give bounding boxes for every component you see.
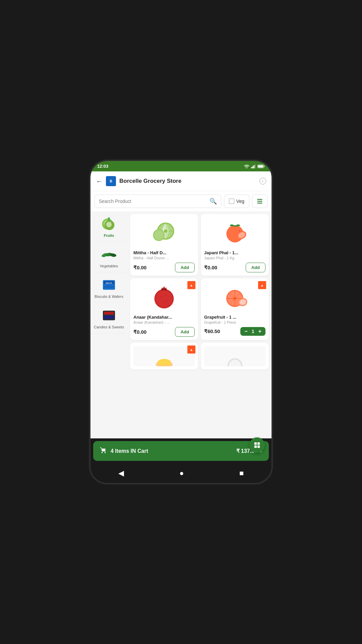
svg-point-40: [156, 290, 173, 307]
svg-point-55: [158, 359, 171, 366]
cart-count: 4: [111, 448, 114, 454]
sidebar-item-candies[interactable]: Candies & Sweets: [90, 303, 127, 333]
svg-rect-10: [257, 203, 262, 204]
app-header: ← B Borcelle Grocery Store i: [90, 171, 272, 191]
svg-rect-8: [257, 199, 262, 200]
fab-icon: [253, 441, 261, 449]
wifi-icon: [244, 164, 249, 168]
svg-rect-61: [257, 445, 260, 448]
product-card-anaar: ▲ Anaar (: [130, 278, 198, 340]
svg-rect-2: [252, 166, 253, 168]
time: 12:03: [97, 164, 108, 169]
qty-stepper: − 1 +: [240, 327, 265, 336]
anaar-name: Anaar (Kandahar...: [133, 315, 195, 320]
product-card-grapefruit: ▲: [201, 278, 269, 340]
product-card-japani: Japani Phal - 1... Japani Phal - 1 Kg ₹0…: [201, 214, 269, 276]
japani-add-button[interactable]: Add: [246, 263, 265, 272]
svg-point-14: [106, 222, 112, 227]
mittha-add-button[interactable]: Add: [175, 263, 195, 272]
biscuits-image: BISCUIT: [100, 276, 118, 293]
svg-rect-4: [254, 164, 255, 168]
nav-back-button[interactable]: ◀: [112, 468, 131, 479]
sidebar-item-vegetables[interactable]: Vegetables: [90, 242, 127, 272]
svg-point-33: [154, 230, 164, 240]
mittha-image: [133, 217, 195, 248]
anaar-sub: Anaar (Kandahari) - ...: [133, 320, 195, 324]
svg-point-0: [246, 168, 247, 168]
svg-rect-3: [253, 165, 254, 168]
mittha-price: ₹0.00: [133, 265, 146, 271]
grapefruit-price: ₹60.50: [204, 328, 220, 334]
grapefruit-footer: ₹60.50 − 1 +: [204, 327, 265, 336]
nav-home-button[interactable]: ●: [173, 468, 190, 479]
sidebar-candies-label: Candies & Sweets: [94, 325, 124, 329]
svg-point-41: [161, 296, 162, 297]
status-bar: 12:03: [90, 161, 272, 171]
anaar-image: [133, 282, 195, 312]
product-card-mittha: Mittha - Half D... Mittha - Half Dozen .…: [130, 214, 198, 276]
svg-rect-9: [257, 201, 262, 202]
svg-rect-60: [254, 445, 257, 448]
phone-frame: 12:03 ← B Borce: [90, 161, 272, 483]
search-icon[interactable]: 🔍: [209, 198, 217, 205]
grapefruit-sub: Grapefruit - 1 Piece: [204, 320, 265, 324]
qty-decrease-button[interactable]: −: [243, 328, 249, 334]
product-card-partial-right: [201, 343, 269, 370]
sidebar-item-biscuits[interactable]: BISCUIT Biscuits & Wafers: [90, 272, 127, 303]
vegetables-image: [100, 246, 118, 263]
veg-filter[interactable]: Veg: [224, 195, 249, 208]
anaar-add-button[interactable]: Add: [175, 327, 195, 337]
cart-icon: [100, 446, 107, 455]
anaar-footer: ₹0.00 Add: [133, 327, 195, 337]
sidebar-vegetables-label: Vegetables: [100, 264, 118, 268]
svg-rect-23: [104, 285, 114, 288]
grapefruit-image: [204, 282, 265, 312]
japani-name: Japani Phal - 1...: [204, 250, 265, 255]
nav-recent-button[interactable]: ■: [233, 468, 250, 479]
svg-point-15: [108, 217, 110, 221]
store-name: Borcelle Grocery Store: [119, 178, 256, 184]
signal-icon: [251, 164, 256, 168]
back-button[interactable]: ←: [96, 177, 103, 185]
veg-checkbox[interactable]: [229, 199, 234, 204]
info-icon[interactable]: i: [259, 178, 266, 184]
grapefruit-badge: ▲: [258, 281, 266, 289]
cart-text: 4 Items IN Cart: [111, 448, 236, 454]
search-bar-row: 🔍 Veg: [90, 191, 272, 211]
status-icons: [244, 164, 265, 168]
svg-rect-59: [257, 442, 260, 445]
product-card-partial-left: ▲: [130, 343, 198, 370]
svg-text:BISCUIT: BISCUIT: [106, 282, 112, 284]
qty-value: 1: [250, 329, 256, 334]
fab-button[interactable]: [249, 437, 265, 453]
list-view-button[interactable]: [252, 195, 267, 208]
anaar-price: ₹0.00: [133, 329, 146, 335]
fruits-image: [100, 215, 118, 232]
mittha-sub: Mittha - Half Dozen ...: [133, 256, 195, 260]
sidebar-item-fruits[interactable]: Fruits: [90, 211, 127, 242]
grapefruit-name: Grapefruit - 1 ...: [204, 315, 265, 320]
cart-bar[interactable]: 4 Items IN Cart ₹ 137.50 ›: [93, 441, 269, 461]
svg-rect-6: [264, 166, 264, 167]
qty-increase-button[interactable]: +: [257, 328, 263, 334]
sidebar-fruits-label: Fruits: [104, 233, 114, 237]
cart-label: Items IN Cart: [115, 448, 148, 454]
sidebar: Fruits Vegetables: [90, 211, 127, 438]
svg-point-31: [164, 229, 167, 233]
svg-point-42: [165, 295, 166, 296]
store-logo: B: [106, 176, 116, 186]
sidebar-biscuits-label: Biscuits & Wafers: [95, 294, 123, 299]
japani-image: [204, 217, 265, 248]
japani-sub: Japani Phal - 1 Kg: [204, 256, 265, 260]
product-grid: Mittha - Half D... Mittha - Half Dozen .…: [127, 211, 272, 438]
svg-rect-27: [104, 315, 114, 319]
svg-rect-1: [251, 167, 252, 168]
battery-icon: [257, 164, 265, 168]
candies-image: [100, 307, 118, 324]
japani-price: ₹0.00: [204, 265, 217, 271]
anaar-badge: ▲: [187, 281, 195, 289]
search-input[interactable]: [99, 199, 209, 204]
svg-rect-7: [258, 165, 263, 167]
japani-footer: ₹0.00 Add: [204, 263, 265, 272]
svg-rect-26: [104, 312, 114, 314]
